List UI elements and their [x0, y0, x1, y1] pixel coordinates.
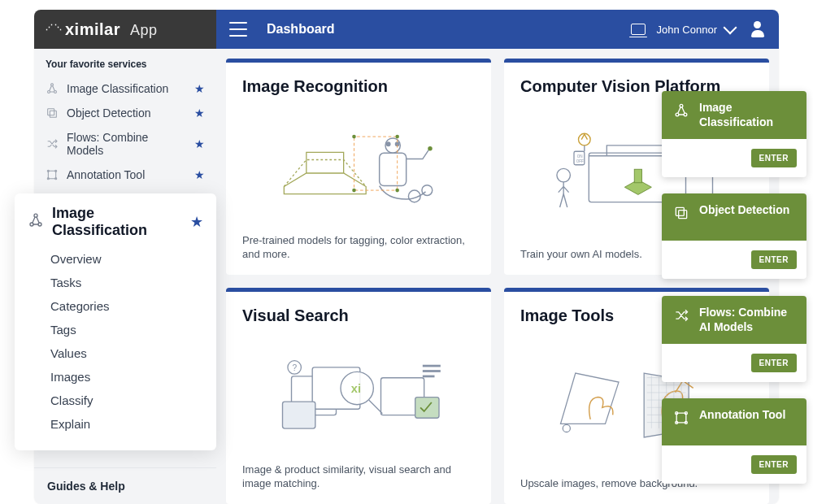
popup-item-explain[interactable]: Explain — [28, 412, 203, 436]
sidebar-item-flows[interactable]: Flows: Combine Models ★ — [34, 125, 216, 163]
svg-point-20 — [352, 189, 356, 193]
layers-icon — [673, 205, 689, 221]
avatar-icon[interactable] — [750, 21, 766, 37]
svg-rect-17 — [354, 137, 398, 191]
svg-point-45 — [680, 104, 683, 107]
header-bar: Dashboard John Connor — [216, 10, 779, 49]
svg-point-0 — [51, 84, 54, 86]
svg-rect-49 — [679, 211, 687, 219]
popup-item-images[interactable]: Images — [28, 365, 203, 389]
sidebar-item-label: Object Detection — [67, 106, 151, 119]
svg-rect-3 — [48, 109, 54, 115]
sidebar-item-annotation-tool[interactable]: Annotation Tool ★ — [34, 163, 216, 187]
guides-help-link[interactable]: Guides & Help — [34, 467, 216, 504]
green-card-annotation-tool: Annotation Tool ENTER — [662, 398, 806, 484]
sidebar-item-object-detection[interactable]: Object Detection ★ — [34, 101, 216, 125]
enter-button[interactable]: ENTER — [751, 149, 797, 167]
green-card-header: Image Classification — [662, 91, 806, 139]
image-recognition-illustration — [242, 102, 475, 227]
popup-item-tags[interactable]: Tags — [28, 318, 203, 341]
popup-title: Image Classification — [52, 205, 182, 239]
svg-point-21 — [395, 189, 399, 193]
brand-suffix: App — [130, 22, 158, 39]
popup-header: Image Classification ★ — [28, 205, 203, 239]
svg-point-16 — [428, 146, 433, 151]
svg-rect-24 — [634, 169, 641, 183]
star-icon[interactable]: ★ — [194, 137, 205, 150]
green-card-title: Object Detection — [699, 203, 789, 218]
svg-text:?: ? — [292, 363, 297, 372]
svg-point-12 — [386, 143, 389, 146]
star-icon[interactable]: ★ — [194, 106, 205, 119]
svg-point-22 — [557, 169, 571, 183]
green-card-image-classification: Image Classification ENTER — [662, 91, 806, 177]
visual-search-illustration: xi ? — [242, 332, 475, 456]
svg-point-43 — [30, 223, 33, 226]
svg-point-46 — [676, 113, 679, 116]
star-icon[interactable]: ★ — [194, 168, 205, 181]
nodes-icon — [28, 212, 44, 232]
shuffle-icon — [46, 137, 59, 150]
svg-point-18 — [352, 135, 356, 139]
green-card-header: Annotation Tool — [662, 398, 806, 445]
green-card-title: Image Classification — [699, 101, 795, 129]
card-image-recognition[interactable]: Image Recognition — [226, 59, 491, 275]
svg-point-19 — [395, 135, 399, 139]
enter-button[interactable]: ENTER — [751, 250, 797, 269]
nodes-icon — [46, 82, 59, 95]
svg-point-1 — [48, 91, 50, 93]
annotation-icon — [673, 410, 689, 426]
sidebar-item-label: Flows: Combine Models — [67, 131, 186, 157]
enter-button[interactable]: ENTER — [751, 354, 797, 372]
svg-rect-5 — [48, 171, 55, 178]
green-card-title: Flows: Combine AI Models — [699, 306, 795, 334]
annotation-icon — [46, 168, 59, 181]
svg-point-47 — [684, 113, 687, 116]
nodes-icon — [673, 102, 689, 119]
svg-text:xi: xi — [351, 383, 361, 396]
top-row: ⋰⋱ ximilar App Dashboard John Connor — [34, 10, 779, 49]
svg-point-42 — [34, 214, 37, 217]
card-visual-search[interactable]: Visual Search — [226, 288, 491, 504]
sidebar-item-label: Image Classification — [67, 82, 168, 95]
popup-item-tasks[interactable]: Tasks — [28, 271, 203, 294]
card-desc: Pre-trained models for tagging, color ex… — [242, 233, 475, 262]
svg-rect-50 — [676, 413, 686, 423]
green-card-flows: Flows: Combine AI Models ENTER — [662, 296, 806, 382]
popup-item-values[interactable]: Values — [28, 341, 203, 365]
green-card-title: Annotation Tool — [699, 408, 785, 423]
green-card-header: Flows: Combine AI Models — [662, 296, 806, 344]
green-card-object-detection: Object Detection ENTER — [662, 193, 806, 279]
enter-button[interactable]: ENTER — [751, 455, 797, 474]
popup-item-classify[interactable]: Classify — [28, 389, 203, 412]
card-desc: Image & product similarity, visual searc… — [242, 463, 475, 491]
svg-rect-48 — [676, 207, 684, 215]
image-classification-popup: Image Classification ★ Overview Tasks Ca… — [15, 193, 216, 450]
popup-menu: Overview Tasks Categories Tags Values Im… — [28, 247, 203, 436]
popup-item-categories[interactable]: Categories — [28, 294, 203, 318]
user-name[interactable]: John Connor — [657, 24, 717, 36]
chevron-down-icon[interactable] — [724, 21, 737, 35]
green-card-header: Object Detection — [662, 193, 806, 241]
star-icon[interactable]: ★ — [194, 82, 205, 95]
shuffle-icon — [673, 307, 689, 324]
brand-name: ximilar — [65, 20, 120, 39]
star-icon[interactable]: ★ — [190, 213, 203, 231]
svg-rect-10 — [380, 154, 406, 186]
sidebar-item-image-classification[interactable]: Image Classification ★ — [34, 76, 216, 101]
svg-point-44 — [38, 223, 41, 226]
card-title: Image Recognition — [242, 77, 475, 96]
logo-dots-icon: ⋰⋱ — [46, 24, 63, 32]
popup-item-overview[interactable]: Overview — [28, 247, 203, 271]
svg-text:ON: ON — [577, 154, 583, 159]
svg-point-2 — [54, 91, 57, 93]
page-title: Dashboard — [267, 22, 335, 37]
favorites-heading: Your favorite services — [34, 49, 216, 76]
sidebar-item-label: Annotation Tool — [67, 168, 145, 181]
laptop-icon[interactable] — [631, 24, 646, 35]
svg-rect-32 — [283, 402, 315, 429]
layers-icon — [46, 106, 59, 119]
svg-rect-4 — [50, 111, 56, 117]
hamburger-menu-icon[interactable] — [229, 22, 247, 37]
svg-point-41 — [563, 425, 570, 432]
